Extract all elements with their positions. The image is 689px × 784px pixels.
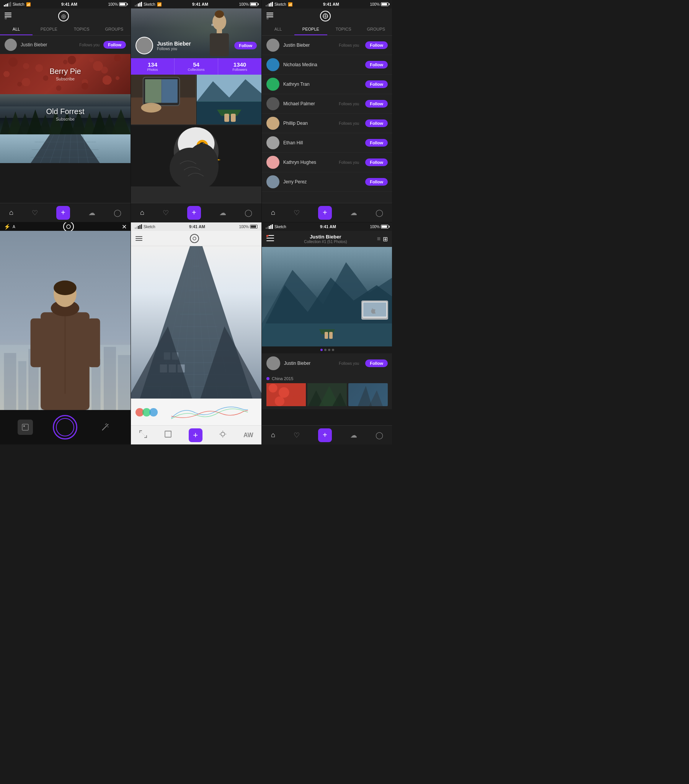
berry-card[interactable]: Berry Pie Subscribe [0, 54, 130, 94]
bottom-nav-2: ⌂ ♡ + ☁ ◯ [131, 203, 261, 222]
time-2: 9:41 AM [192, 2, 208, 7]
nav-cloud-3[interactable]: ☁ [350, 209, 357, 217]
people-list[interactable]: Justin Bieber Follows you Follow Nichola… [262, 36, 392, 203]
add-tool-photo[interactable]: + [189, 428, 203, 442]
list-view-btn[interactable]: ≡ [377, 236, 381, 243]
nav-home-2[interactable]: ⌂ [140, 209, 144, 217]
menu-btn-3[interactable] [266, 13, 273, 20]
follow-btn-5[interactable]: Follow [365, 139, 388, 147]
tab-people-3[interactable]: PEOPLE [294, 24, 327, 35]
brightness-tool[interactable] [219, 430, 227, 440]
follow-btn-1[interactable]: Follow [365, 61, 388, 69]
timeline-photo-red[interactable] [266, 383, 306, 406]
grid-view-btn[interactable]: ⊞ [383, 236, 388, 243]
nav-plus-2[interactable]: + [187, 206, 201, 220]
avatar-person-0 [266, 39, 279, 52]
nav-home-3[interactable]: ⌂ [271, 209, 275, 217]
stat-photos-num: 134 [131, 61, 174, 68]
nav-plus-6[interactable]: + [318, 428, 332, 442]
text-tool[interactable]: AW [244, 432, 254, 439]
svg-point-52 [186, 143, 219, 186]
nav-profile-2[interactable]: ◯ [245, 209, 252, 217]
coll-avatar [266, 356, 280, 370]
bottom-nav-3: ⌂ ♡ + ☁ ◯ [262, 203, 392, 222]
follow-btn-7[interactable]: Follow [365, 178, 388, 186]
nav-cloud-2[interactable]: ☁ [219, 209, 226, 217]
carrier-1: Sketch [13, 2, 25, 7]
follow-button-justin-1[interactable]: Follow [103, 41, 126, 49]
menu-button-1[interactable] [5, 13, 12, 20]
nav-cloud-6[interactable]: ☁ [350, 431, 357, 440]
nav-cloud-1[interactable]: ☁ [88, 209, 95, 217]
tabs-3: ALL PEOPLE TOPICS GROUPS [262, 24, 392, 36]
photo-eagle[interactable] [131, 125, 261, 186]
tab-people-1[interactable]: PEOPLE [33, 24, 65, 35]
forest-card[interactable]: Old Forrest Subscribe [0, 94, 130, 134]
nav-profile-6[interactable]: ◯ [376, 431, 383, 440]
collection-hamburger[interactable] [266, 235, 274, 243]
building-photo-full[interactable] [131, 246, 261, 399]
collection-content[interactable]: Justin Bieber Follows you Follow China 2… [262, 247, 392, 425]
nav-home-1[interactable]: ⌂ [9, 209, 13, 217]
nav-plus-3[interactable]: + [318, 206, 332, 220]
timeline-photo-green[interactable] [307, 383, 347, 406]
nav-home-6[interactable]: ⌂ [271, 431, 275, 439]
gallery-button[interactable] [18, 420, 33, 435]
coll-follows: Follows you [339, 361, 359, 366]
carrier-5: Sketch [143, 225, 155, 229]
svg-rect-60 [18, 361, 26, 410]
flash-label: A [13, 225, 15, 229]
time-1: 9:41 AM [61, 2, 77, 7]
color-mode-circles[interactable] [135, 408, 158, 417]
tab-groups-1[interactable]: GROUPS [98, 24, 130, 35]
nav-profile-3[interactable]: ◯ [376, 209, 383, 217]
tab-all-3[interactable]: ALL [262, 24, 294, 35]
discover-user-row: Justin Bieber Follows you Follow [0, 36, 130, 54]
view-controls: ≡ ⊞ [377, 236, 388, 243]
stat-photos: 134 Photos [131, 58, 175, 75]
follow-btn-3[interactable]: Follow [365, 100, 388, 107]
profile-follows: Follows you [157, 47, 231, 51]
svg-point-81 [193, 237, 196, 240]
person-row-1: Nicholas Medina Follow [262, 55, 392, 75]
menu-btn-5[interactable] [135, 236, 142, 241]
follow-btn-2[interactable]: Follow [365, 81, 388, 88]
tab-all-1[interactable]: ALL [0, 24, 33, 35]
follows-tag-4: Follows you [339, 121, 359, 125]
nav-profile-1[interactable]: ◯ [114, 209, 121, 217]
photo-laptop[interactable] [131, 75, 196, 124]
stat-collections: 54 Collections [175, 58, 218, 75]
close-btn-camera[interactable]: ✕ [122, 223, 127, 231]
resize-tool[interactable] [164, 430, 172, 440]
discover-scroll[interactable]: Justin Bieber Follows you Follow Berry P… [0, 36, 130, 203]
follow-btn-profile[interactable]: Follow [234, 42, 257, 49]
coll-follow-btn[interactable]: Follow [365, 359, 388, 367]
crop-tool[interactable] [139, 430, 147, 440]
tab-topics-1[interactable]: TOPICS [66, 24, 98, 35]
follow-btn-6[interactable]: Follow [365, 158, 388, 166]
shutter-button[interactable] [53, 415, 77, 440]
nav-heart-6[interactable]: ♡ [293, 431, 300, 440]
timeline-photos[interactable] [266, 383, 388, 406]
photo-boat[interactable] [197, 75, 262, 124]
top-bar-3 [262, 8, 392, 24]
building-card-1[interactable] [0, 134, 130, 163]
svg-line-78 [105, 424, 106, 425]
profile-stats: 134 Photos 54 Collections 1340 Followers [131, 58, 261, 75]
follow-btn-4[interactable]: Follow [365, 119, 388, 127]
collection-photo-swipe[interactable] [262, 247, 392, 346]
person-name-7: Jerry Perez [283, 179, 361, 184]
nav-plus-1[interactable]: + [56, 206, 70, 220]
tab-topics-3[interactable]: TOPICS [327, 24, 360, 35]
stat-photos-label: Photos [131, 68, 174, 72]
nav-heart-1[interactable]: ♡ [32, 209, 38, 217]
tab-groups-3[interactable]: GROUPS [360, 24, 392, 35]
timeline-photo-blue[interactable] [348, 383, 388, 406]
bottom-nav-6: ⌂ ♡ + ☁ ◯ [262, 425, 392, 445]
magic-wand-button[interactable] [97, 420, 113, 435]
nav-heart-3[interactable]: ♡ [293, 209, 300, 217]
follow-btn-0[interactable]: Follow [365, 41, 388, 49]
nav-heart-2[interactable]: ♡ [163, 209, 169, 217]
berry-overlay: Berry Pie Subscribe [0, 54, 130, 94]
follows-you-1: Follows you [79, 43, 99, 47]
